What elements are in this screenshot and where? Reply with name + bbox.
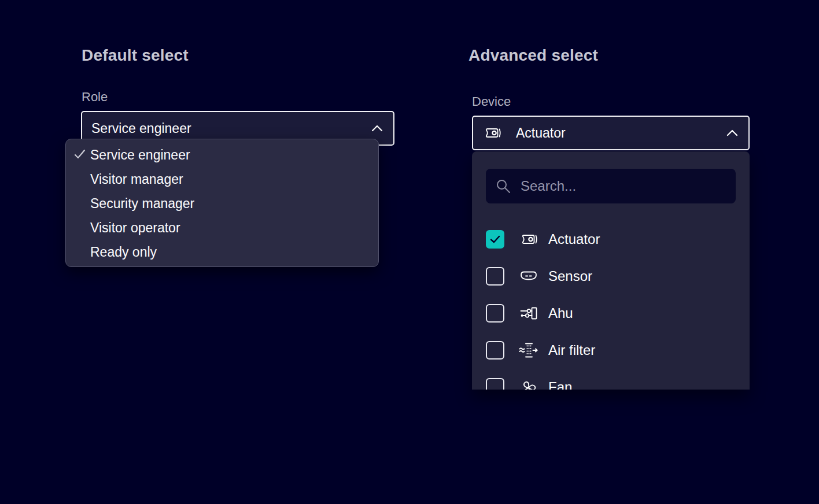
search-input[interactable] bbox=[521, 178, 726, 194]
option-label: Fan bbox=[548, 379, 572, 390]
option-row-fan[interactable]: Fan bbox=[472, 369, 750, 390]
option-row-sensor[interactable]: Sensor bbox=[472, 258, 750, 295]
checkbox-unchecked[interactable] bbox=[486, 378, 504, 390]
page-root: { "default_select": { "title": "Default … bbox=[0, 0, 819, 504]
air-filter-icon bbox=[516, 341, 541, 360]
checkbox-unchecked[interactable] bbox=[486, 341, 504, 360]
checkbox-unchecked[interactable] bbox=[486, 267, 504, 286]
chevron-up-icon bbox=[726, 129, 738, 136]
menu-item-visitor-operator[interactable]: Visitor operator bbox=[66, 216, 378, 240]
option-row-actuator[interactable]: Actuator bbox=[472, 221, 750, 258]
device-option-list: Actuator Sensor Ahu bbox=[472, 221, 750, 390]
default-select-title: Default select bbox=[82, 46, 189, 65]
menu-item-security-manager[interactable]: Security manager bbox=[66, 191, 378, 216]
device-select[interactable]: Actuator bbox=[472, 116, 750, 150]
checkbox-checked[interactable] bbox=[486, 230, 504, 249]
role-select-value: Service engineer bbox=[91, 121, 191, 136]
menu-item-label: Service engineer bbox=[90, 147, 190, 163]
option-row-air-filter[interactable]: Air filter bbox=[472, 332, 750, 369]
checkbox-unchecked[interactable] bbox=[486, 304, 504, 323]
menu-item-label: Visitor manager bbox=[90, 172, 183, 187]
actuator-icon bbox=[482, 126, 502, 140]
option-row-ahu[interactable]: Ahu bbox=[472, 295, 750, 332]
role-label: Role bbox=[82, 90, 108, 105]
advanced-select-title: Advanced select bbox=[468, 46, 598, 65]
check-icon bbox=[73, 149, 86, 160]
menu-item-visitor-manager[interactable]: Visitor manager bbox=[66, 167, 378, 191]
actuator-icon bbox=[516, 230, 541, 249]
option-label: Ahu bbox=[548, 305, 573, 321]
search-box bbox=[486, 169, 736, 203]
option-label: Sensor bbox=[548, 268, 592, 284]
option-label: Air filter bbox=[548, 342, 595, 358]
fan-icon bbox=[516, 378, 541, 390]
chevron-up-icon bbox=[371, 125, 383, 132]
option-label: Actuator bbox=[548, 231, 600, 247]
menu-item-service-engineer[interactable]: Service engineer bbox=[66, 143, 378, 167]
menu-item-label: Ready only bbox=[90, 244, 157, 260]
device-dropdown-panel: Actuator Sensor Ahu bbox=[472, 151, 750, 390]
sensor-icon bbox=[516, 267, 541, 286]
ahu-icon bbox=[516, 304, 541, 323]
search-icon bbox=[495, 178, 511, 194]
menu-item-label: Visitor operator bbox=[90, 220, 180, 236]
device-select-value: Actuator bbox=[516, 125, 566, 141]
menu-item-ready-only[interactable]: Ready only bbox=[66, 240, 378, 264]
menu-item-label: Security manager bbox=[90, 196, 194, 212]
device-label: Device bbox=[472, 94, 511, 109]
role-dropdown-menu: Service engineer Visitor manager Securit… bbox=[65, 139, 379, 267]
